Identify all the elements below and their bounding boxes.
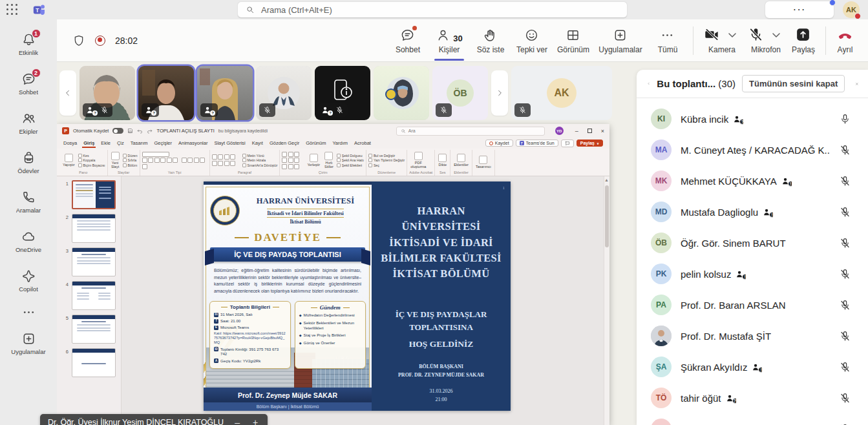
mic-off-icon[interactable]: [839, 330, 851, 342]
ribbon-button-yapıştır[interactable]: Yapıştır: [61, 153, 76, 167]
comments-button[interactable]: [561, 140, 574, 147]
topbar-more-button[interactable]: ...: [765, 1, 834, 18]
video-tile-man-in-tie[interactable]: [256, 66, 312, 120]
sidebar-item-uygulamalar[interactable]: Uygulamalar: [0, 324, 57, 363]
video-tile-young-man[interactable]: ?: [138, 66, 194, 120]
close-panel-icon[interactable]: [855, 79, 859, 89]
mute-all-button[interactable]: Tümünün sesini kapat: [742, 75, 845, 92]
leave-button[interactable]: Ayrıl: [836, 26, 854, 54]
mic-off-icon[interactable]: [839, 361, 851, 373]
thumbnail-preview[interactable]: [72, 281, 116, 310]
video-tile-AK[interactable]: AK: [511, 66, 612, 120]
sidebar-item-copilot[interactable]: Copilot: [0, 261, 57, 300]
ribbon-button-pdf-oluşturma[interactable]: PDFoluşturma: [409, 151, 427, 169]
mic-off-icon[interactable]: [839, 237, 851, 249]
app-launcher-icon[interactable]: [6, 4, 18, 16]
ppt-menu-kayıt[interactable]: Kayıt: [252, 140, 263, 146]
mic-on-icon[interactable]: [839, 113, 851, 125]
video-tile-gray-haired-man[interactable]: ?: [79, 66, 135, 120]
toolbar-button-söz-iste[interactable]: Söz iste: [472, 26, 509, 54]
slide-thumbnail-2[interactable]: 2: [63, 214, 121, 243]
toolbar-button-uygulamalar[interactable]: Uygulamalar: [596, 26, 645, 54]
strip-scroll-right-button[interactable]: [491, 70, 508, 116]
ribbon-button-dikte[interactable]: Dikte: [437, 153, 448, 167]
participant-row[interactable]: ŞAŞükran Akyıldız!: [637, 351, 868, 382]
participant-row[interactable]: MAM. Cüneyt Ateş / KARACADAĞ K...?: [637, 134, 868, 165]
mic-off-icon[interactable]: [839, 175, 851, 187]
slide-thumbnail-4[interactable]: 4: [63, 281, 121, 310]
quick-access-toolbar[interactable]: [127, 128, 153, 134]
record-button[interactable]: Kaydet: [485, 140, 513, 147]
thumbnail-preview[interactable]: [72, 214, 116, 243]
toolbar-button-kişiler[interactable]: 30Kişiler: [430, 26, 468, 54]
toolbar-button-tümü[interactable]: Tümü: [649, 26, 686, 54]
security-shield-icon[interactable]: [72, 34, 85, 47]
minimize-button[interactable]: –: [575, 128, 578, 134]
ribbon-small-şekil-efektleri[interactable]: Şekil Efektleri: [337, 163, 364, 167]
thumbnail-preview[interactable]: [72, 348, 116, 377]
ppt-menu-yardım[interactable]: Yardım: [332, 140, 348, 146]
mic-off-icon[interactable]: [839, 144, 851, 156]
scrollbar-thumb[interactable]: [605, 185, 609, 247]
participant-row[interactable]: PKpelin kolsuz!: [637, 258, 868, 289]
toolbar-button-sohbet[interactable]: Sohbet: [389, 26, 427, 54]
sidebar-item-onedrive[interactable]: OneDrive: [0, 222, 57, 261]
slide-thumbnail-1[interactable]: 1: [63, 180, 121, 209]
camera-control[interactable]: Kamera: [704, 26, 740, 54]
microphone-control[interactable]: Mikrofon: [748, 26, 784, 54]
ppt-search-input[interactable]: Ara: [396, 127, 545, 136]
zoom-in-button[interactable]: +: [251, 417, 260, 425]
ribbon-small-kopyala[interactable]: Kopyala: [78, 158, 105, 162]
toolbar-button-görünüm[interactable]: Görünüm: [555, 26, 592, 54]
ribbon-small-şekil-dolgusu[interactable]: Şekil Dolgusu: [337, 154, 364, 158]
sidebar-item-sohbet[interactable]: 2Sohbet: [0, 64, 57, 103]
video-tile-ÖB[interactable]: ÖB: [432, 66, 488, 120]
ribbon-small-düzen[interactable]: Düzen: [123, 154, 138, 158]
save-icon[interactable]: [127, 128, 133, 134]
sidebar-item-more[interactable]: [0, 300, 57, 324]
present-in-teams-button[interactable]: TTeams'de Sun: [516, 140, 558, 147]
ppt-menu-geçişler[interactable]: Geçişler: [154, 140, 172, 146]
ppt-profile-avatar[interactable]: YD: [555, 127, 564, 135]
camera-chevron-icon[interactable]: [725, 27, 740, 43]
zoom-out-button[interactable]: –: [233, 417, 242, 425]
participant-row[interactable]: KIKübra incik?: [637, 103, 868, 134]
ppt-share-button[interactable]: Paylaş∨: [577, 140, 603, 147]
video-tile-woman-headscarf[interactable]: [374, 66, 429, 120]
participant-row[interactable]: Prof. Dr. Mustafa ŞİT: [637, 320, 868, 351]
ppt-menu-acrobat[interactable]: Acrobat: [354, 140, 371, 146]
participant-row[interactable]: MDMustafa Daglioglu!: [637, 196, 868, 227]
close-button[interactable]: ×: [601, 128, 604, 134]
ribbon-small-smartart'a-dönüştür[interactable]: SmartArt'a Dönüştür: [242, 163, 278, 167]
restore-button[interactable]: [587, 129, 592, 133]
video-tile-blonde-woman[interactable]: ?: [197, 66, 253, 120]
ribbon-small-seç[interactable]: Seç: [368, 163, 405, 167]
ribbon-button-yeni-slayt[interactable]: YeniSlayt: [110, 151, 121, 169]
mic-chevron-icon[interactable]: [768, 27, 784, 43]
search-input[interactable]: Arama (Ctrl+Alt+E): [238, 2, 627, 17]
ribbon-small-biçim-boyacısı[interactable]: Biçim Boyacısı: [78, 163, 105, 167]
back-chevron-icon[interactable]: [647, 79, 650, 88]
thumbnail-preview[interactable]: [72, 247, 116, 276]
ribbon-small-kes[interactable]: Kes: [78, 154, 105, 158]
ribbon-button-yerleştir[interactable]: Yerleştir: [306, 153, 321, 167]
ribbon-button-eklentiler[interactable]: Eklentiler: [452, 153, 470, 167]
slide-thumbnail-3[interactable]: 3: [63, 247, 121, 276]
slide-thumbnail-5[interactable]: 5: [63, 315, 121, 344]
participant-row[interactable]: PAProf. Dr. Baran ARSLAN: [637, 289, 868, 320]
saved-status[interactable]: bu bilgisayara kaydedildi: [218, 129, 268, 133]
slide-thumbnail-6[interactable]: 6: [63, 348, 121, 377]
mic-off-icon[interactable]: [839, 299, 851, 311]
toolbar-button-tepki-ver[interactable]: Tepki ver: [513, 26, 551, 54]
shared-powerpoint-window[interactable]: P Otomatik Kaydet TOPLANTI AÇILIŞ SLAYTI…: [57, 124, 609, 425]
ppt-menu-dosya[interactable]: Dosya: [63, 140, 77, 146]
slide-scrollbar[interactable]: ▲: [604, 176, 609, 425]
sidebar-item--devler[interactable]: Ödevler: [0, 143, 57, 182]
sidebar-item-aramalar[interactable]: Aramalar: [0, 182, 57, 222]
ribbon-small-sıfırla[interactable]: Sıfırla: [123, 158, 138, 162]
redo-icon[interactable]: [147, 128, 153, 134]
ribbon-button-tasarımcı[interactable]: Tasarımcı: [474, 155, 492, 169]
participant-row[interactable]: TÖtahir öğüt?: [637, 382, 868, 413]
ribbon-small-yazı-tiplerini-değiştir[interactable]: Yazı Tiplerini Değiştir: [368, 158, 405, 162]
participant-row[interactable]: MKMehmet KÜÇÜKKAYA!: [637, 165, 868, 196]
